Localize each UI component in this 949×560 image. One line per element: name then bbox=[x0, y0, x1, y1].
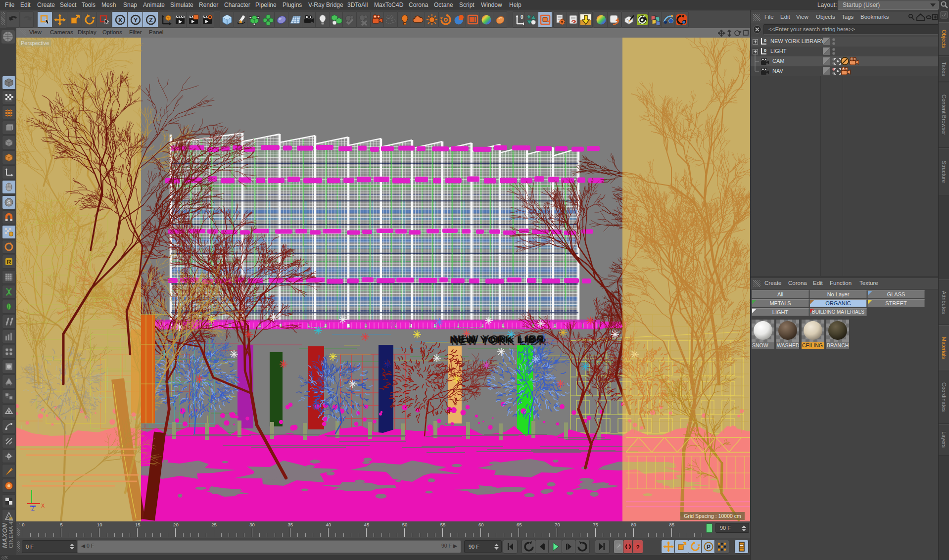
svg-text:0: 0 bbox=[764, 48, 766, 53]
svg-text:S: S bbox=[7, 199, 10, 205]
svg-text:Y: Y bbox=[133, 16, 138, 23]
svg-text:X: X bbox=[41, 503, 45, 509]
svg-text:?: ? bbox=[636, 544, 639, 551]
svg-text:Z: Z bbox=[149, 16, 153, 23]
svg-text:P: P bbox=[706, 544, 710, 551]
svg-text:X: X bbox=[118, 16, 122, 23]
svg-text:NEW YORK LIBR: NEW YORK LIBR bbox=[451, 335, 546, 347]
svg-text:0: 0 bbox=[764, 38, 766, 43]
svg-text:0: 0 bbox=[521, 14, 523, 20]
svg-text:Z: Z bbox=[31, 506, 35, 512]
svg-text:R: R bbox=[6, 258, 11, 266]
